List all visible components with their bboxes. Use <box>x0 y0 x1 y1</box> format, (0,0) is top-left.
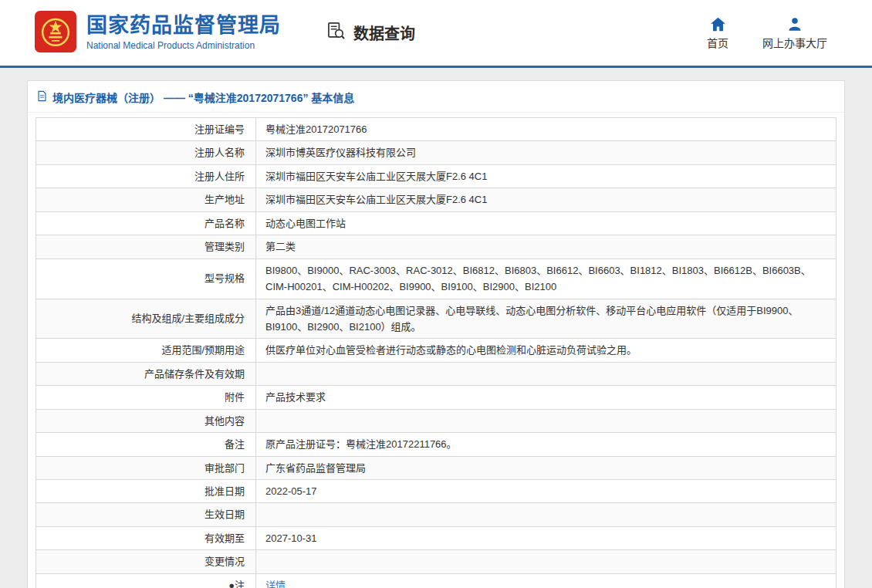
table-row: 结构及组成/主要组成成分 产品由3通道/12通道动态心电图记录器、心电导联线、动… <box>36 299 837 339</box>
field-label: 产品储存条件及有效期 <box>36 362 256 385</box>
field-label: 产品名称 <box>36 211 256 235</box>
nav-service-hall[interactable]: 网上办事大厅 <box>762 16 827 50</box>
field-label: 注册证编号 <box>36 118 256 141</box>
field-label: 其他内容 <box>36 409 256 432</box>
field-value: 广东省药品监督管理局 <box>256 456 837 479</box>
field-value <box>256 550 837 573</box>
table-row: 其他内容 <box>36 409 837 432</box>
field-value: 原产品注册证号：粤械注准20172211766。 <box>256 433 837 456</box>
field-label: 型号规格 <box>36 259 256 299</box>
data-query-label: 数据查询 <box>353 22 415 44</box>
field-value: 粤械注准20172071766 <box>256 118 837 141</box>
field-value <box>256 503 837 526</box>
field-label: 变更情况 <box>36 550 256 573</box>
field-label: 生产地址 <box>36 188 256 211</box>
nav-hall-label: 网上办事大厅 <box>762 35 827 50</box>
panel-title: 境内医疗器械（注册） —— “粤械注准20172071766” 基本信息 <box>28 81 844 113</box>
field-value: 第二类 <box>256 235 837 259</box>
field-label: 注册人名称 <box>36 141 256 164</box>
field-label: 备注 <box>36 433 256 456</box>
table-row: 批准日期 2022-05-17 <box>36 480 837 503</box>
table-row: 备注 原产品注册证号：粤械注准20172211766。 <box>36 433 837 456</box>
detail-link[interactable]: 详情 <box>265 580 286 588</box>
registration-panel: 境内医疗器械（注册） —— “粤械注准20172071766” 基本信息 注册证… <box>27 80 845 588</box>
national-emblem-icon <box>35 11 76 56</box>
nav-data-query[interactable]: 数据查询 <box>326 21 415 46</box>
field-value: 供医疗单位对心血管受检者进行动态或静态的心电图检测和心脏运动负荷试验之用。 <box>256 339 837 362</box>
field-value: 详情 <box>256 573 837 588</box>
field-label: 有效期至 <box>36 526 256 549</box>
field-label: 审批部门 <box>36 456 256 479</box>
field-value: 2022-05-17 <box>256 480 837 503</box>
field-label: 生效日期 <box>36 503 256 526</box>
field-label: 结构及组成/主要组成成分 <box>36 299 256 339</box>
table-row: 生产地址 深圳市福田区天安车公庙工业区天展大厦F2.6 4C1 <box>36 188 837 211</box>
field-label: 批准日期 <box>36 480 256 503</box>
field-value: 深圳市博英医疗仪器科技有限公司 <box>256 141 837 164</box>
field-label: 注册人住所 <box>36 164 256 188</box>
person-icon <box>787 16 803 32</box>
table-row: 产品名称 动态心电图工作站 <box>36 211 837 235</box>
field-value: 深圳市福田区天安车公庙工业区天展大厦F2.6 4C1 <box>256 164 837 188</box>
org-name-en: National Medical Products Administration <box>86 40 281 51</box>
brand-home-link[interactable]: 国家药品监督管理局 National Medical Products Admi… <box>35 11 281 56</box>
table-row: 型号规格 BI9800、BI9000、RAC-3003、RAC-3012、BI6… <box>36 259 837 299</box>
table-row: 审批部门 广东省药品监督管理局 <box>36 456 837 479</box>
site-header: 国家药品监督管理局 National Medical Products Admi… <box>0 0 872 68</box>
table-row: 产品储存条件及有效期 <box>36 362 837 385</box>
table-row: 生效日期 <box>36 503 837 526</box>
nav-home[interactable]: 首页 <box>707 16 728 50</box>
table-row: 变更情况 <box>36 550 837 573</box>
table-row: 适用范围/预期用途 供医疗单位对心血管受检者进行动态或静态的心电图检测和心脏运动… <box>36 339 837 362</box>
table-row: 有效期至 2027-10-31 <box>36 526 837 549</box>
table-row: 注册人住所 深圳市福田区天安车公庙工业区天展大厦F2.6 4C1 <box>36 164 837 188</box>
field-label: 适用范围/预期用途 <box>36 339 256 362</box>
field-value: BI9800、BI9000、RAC-3003、RAC-3012、BI6812、B… <box>256 259 837 299</box>
org-name-cn: 国家药品监督管理局 <box>86 15 281 38</box>
field-value: 2027-10-31 <box>256 526 837 549</box>
table-row: 注册人名称 深圳市博英医疗仪器科技有限公司 <box>36 141 837 164</box>
field-label: 管理类别 <box>36 235 256 259</box>
field-value: 深圳市福田区天安车公庙工业区天展大厦F2.6 4C1 <box>256 188 837 211</box>
table-row: 管理类别 第二类 <box>36 235 837 259</box>
nav-home-label: 首页 <box>707 35 728 50</box>
brand-text: 国家药品监督管理局 National Medical Products Admi… <box>86 15 281 51</box>
field-value: 产品由3通道/12通道动态心电图记录器、心电导联线、动态心电图分析软件、移动平台… <box>256 299 837 339</box>
field-value <box>256 409 837 432</box>
field-label: 附件 <box>36 386 256 409</box>
field-value <box>256 362 837 385</box>
field-value: 产品技术要求 <box>256 386 837 409</box>
page-content: 境内医疗器械（注册） —— “粤械注准20172071766” 基本信息 注册证… <box>0 68 872 588</box>
data-query-icon <box>326 21 346 46</box>
table-row: 附件 产品技术要求 <box>36 386 837 409</box>
field-value: 动态心电图工作站 <box>256 211 837 235</box>
table-row: 注册证编号 粤械注准20172071766 <box>36 118 837 141</box>
home-icon <box>710 16 726 32</box>
field-label: ●注 <box>36 573 256 588</box>
document-icon <box>37 90 47 104</box>
top-nav: 首页 网上办事大厅 <box>707 16 827 50</box>
table-row: ●注 详情 <box>36 573 837 588</box>
registration-info-table: 注册证编号 粤械注准20172071766 注册人名称 深圳市博英医疗仪器科技有… <box>35 117 837 588</box>
panel-title-text: 境内医疗器械（注册） —— “粤械注准20172071766” 基本信息 <box>52 90 354 105</box>
